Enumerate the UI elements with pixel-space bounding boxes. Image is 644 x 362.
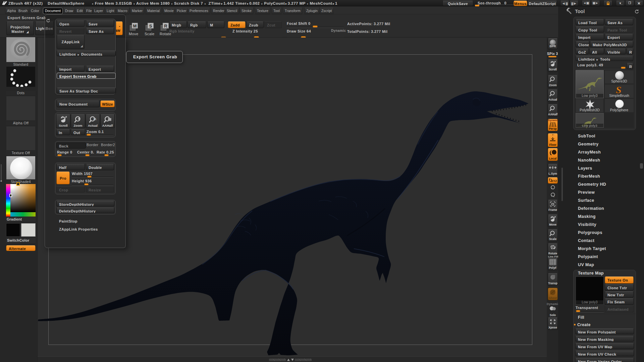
svg-text:XYZ: XYZ xyxy=(551,179,557,183)
svg-text:x1: x1 xyxy=(93,118,97,121)
svg-text:z: z xyxy=(553,195,555,197)
